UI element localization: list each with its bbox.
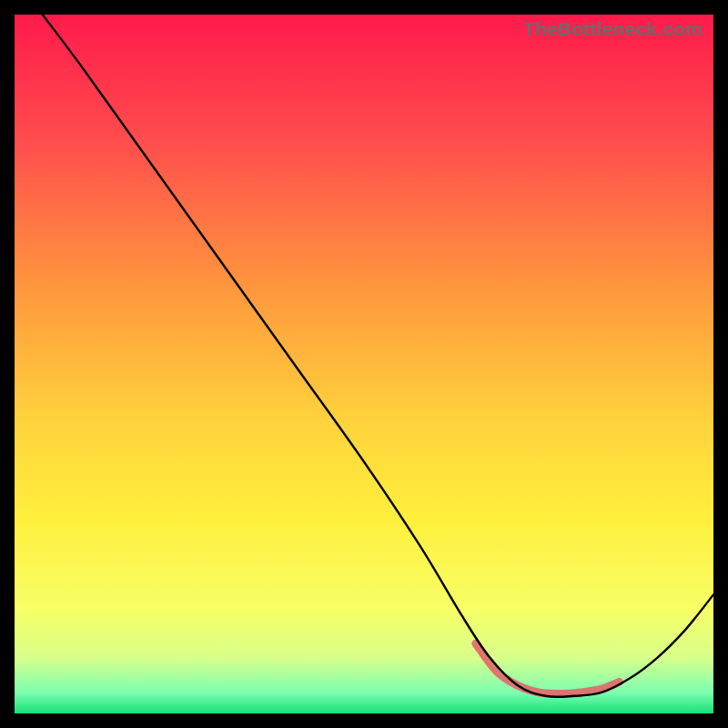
chart-frame: TheBottleneck.com [15, 15, 713, 713]
chart-svg [15, 15, 713, 713]
watermark-text: TheBottleneck.com [523, 18, 703, 40]
